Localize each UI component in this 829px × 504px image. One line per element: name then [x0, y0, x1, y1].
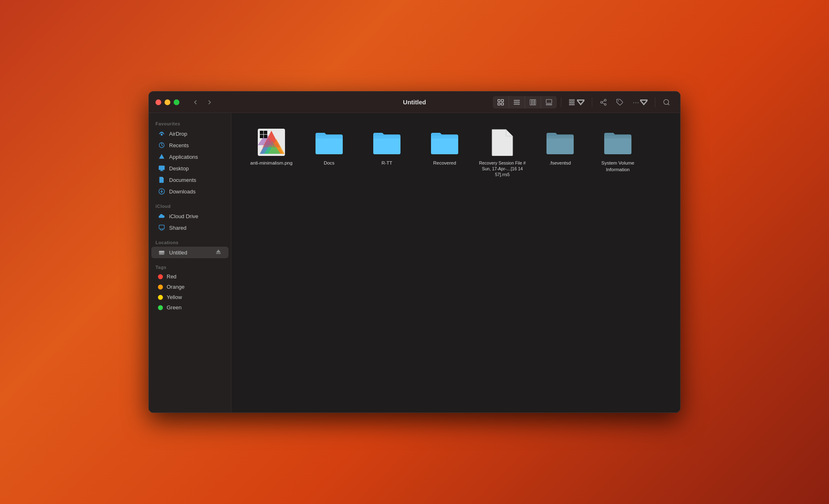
svg-rect-8	[532, 99, 534, 105]
maximize-button[interactable]	[174, 99, 179, 105]
sidebar-item-label: AirDrop	[169, 131, 187, 137]
svg-rect-22	[573, 104, 575, 105]
svg-point-24	[664, 99, 669, 104]
shared-icon	[158, 224, 165, 231]
tag-label: Green	[167, 304, 181, 311]
sidebar-item-orange[interactable]: Orange	[151, 282, 228, 292]
more-button[interactable]: ···	[629, 96, 651, 108]
svg-rect-30	[160, 171, 163, 171]
svg-rect-3	[502, 103, 504, 105]
applications-icon	[158, 153, 165, 160]
sidebar-item-shared[interactable]: Shared	[151, 222, 228, 233]
folder-dark-icon	[546, 128, 575, 157]
green-dot	[158, 305, 163, 310]
svg-rect-2	[498, 103, 500, 105]
svg-marker-36	[216, 250, 221, 252]
favourites-label: Favourites	[149, 118, 231, 128]
svg-rect-32	[159, 225, 165, 229]
svg-point-23	[618, 100, 619, 101]
sidebar-item-yellow[interactable]: Yellow	[151, 292, 228, 302]
file-item-r-tt[interactable]: R-TT	[360, 125, 414, 181]
file-grid: anti-minimalism.png Docs	[245, 125, 667, 181]
image-icon	[257, 128, 286, 157]
sidebar-item-red[interactable]: Red	[151, 271, 228, 282]
sidebar-item-label: Applications	[169, 154, 198, 160]
file-name: Recovered	[433, 160, 456, 167]
share-button[interactable]	[596, 96, 610, 108]
tags-label: Tags	[149, 261, 231, 271]
view-group	[493, 96, 557, 108]
desktop-icon	[158, 165, 165, 172]
file-name: System Volume Information	[594, 160, 641, 173]
sidebar-item-untitled[interactable]: Untitled	[151, 247, 228, 258]
svg-point-35	[163, 253, 164, 254]
svg-rect-4	[514, 100, 520, 101]
icon-view-button[interactable]	[493, 96, 509, 108]
file-name: R-TT	[382, 160, 392, 167]
column-view-button[interactable]	[525, 96, 541, 108]
nav-buttons	[189, 97, 216, 108]
sidebar-item-green[interactable]: Green	[151, 302, 228, 313]
tag-label: Red	[167, 273, 177, 280]
documents-icon	[158, 176, 165, 184]
window-title: Untitled	[403, 99, 426, 106]
eject-button[interactable]	[215, 249, 222, 256]
file-item-recovery-session[interactable]: Recovery Session File # Sun, 17-Apr-…[16…	[476, 125, 529, 181]
svg-rect-1	[502, 99, 504, 101]
main-content: anti-minimalism.png Docs	[231, 113, 680, 412]
svg-rect-17	[570, 101, 571, 103]
recents-icon	[158, 141, 165, 149]
folder-icon	[315, 128, 344, 157]
traffic-lights	[155, 99, 179, 105]
list-view-button[interactable]	[509, 96, 525, 108]
toolbar-right: ···	[493, 96, 674, 108]
sidebar-item-label: Shared	[169, 225, 186, 231]
sidebar-item-airdrop[interactable]: AirDrop	[151, 128, 228, 139]
tag-button[interactable]	[613, 96, 627, 108]
file-item-docs[interactable]: Docs	[302, 125, 356, 181]
red-dot	[158, 274, 163, 279]
file-name: anti-minimalism.png	[250, 160, 292, 167]
folder-icon	[372, 128, 401, 157]
sidebar-item-icloud-drive[interactable]: iCloud Drive	[151, 210, 228, 222]
svg-rect-5	[514, 102, 520, 103]
svg-rect-12	[549, 104, 550, 105]
file-item-recovered[interactable]: Recovered	[418, 125, 471, 181]
back-button[interactable]	[189, 97, 202, 108]
sidebar-item-label: Downloads	[169, 188, 195, 195]
titlebar: Untitled	[149, 92, 680, 113]
locations-item-left: Untitled	[158, 249, 187, 256]
svg-rect-37	[216, 253, 221, 254]
icloud-label: iCloud	[149, 200, 231, 210]
svg-rect-6	[514, 104, 520, 104]
svg-rect-34	[159, 251, 165, 252]
file-item-fseventsd[interactable]: .fseventsd	[533, 125, 587, 181]
locations-label: Locations	[149, 237, 231, 247]
folder-dark-icon	[603, 128, 632, 157]
sidebar-item-desktop[interactable]: Desktop	[151, 163, 228, 174]
group-button[interactable]	[565, 96, 588, 108]
tag-label: Yellow	[167, 294, 182, 300]
orange-dot	[158, 285, 163, 290]
sidebar-item-label: Desktop	[169, 165, 189, 172]
svg-point-26	[161, 134, 163, 136]
forward-button[interactable]	[203, 97, 216, 108]
sidebar-item-label: Recents	[169, 142, 189, 148]
file-item-anti-minimalism[interactable]: anti-minimalism.png	[245, 125, 298, 181]
svg-rect-21	[571, 104, 572, 105]
file-item-system-volume[interactable]: System Volume Information	[591, 125, 645, 181]
sidebar-item-applications[interactable]: Applications	[151, 151, 228, 163]
svg-rect-20	[570, 104, 571, 105]
gallery-view-button[interactable]	[541, 96, 557, 108]
separator-1	[561, 97, 561, 107]
sidebar-item-documents[interactable]: Documents	[151, 174, 228, 186]
close-button[interactable]	[155, 99, 161, 105]
minimize-button[interactable]	[165, 99, 170, 105]
content-area: Favourites AirDrop	[149, 113, 680, 412]
sidebar-item-recents[interactable]: Recents	[151, 139, 228, 151]
svg-rect-28	[159, 166, 165, 170]
sidebar-item-downloads[interactable]: Downloads	[151, 186, 228, 197]
search-button[interactable]	[659, 96, 674, 108]
svg-rect-19	[573, 101, 575, 103]
file-name: Docs	[324, 160, 334, 167]
